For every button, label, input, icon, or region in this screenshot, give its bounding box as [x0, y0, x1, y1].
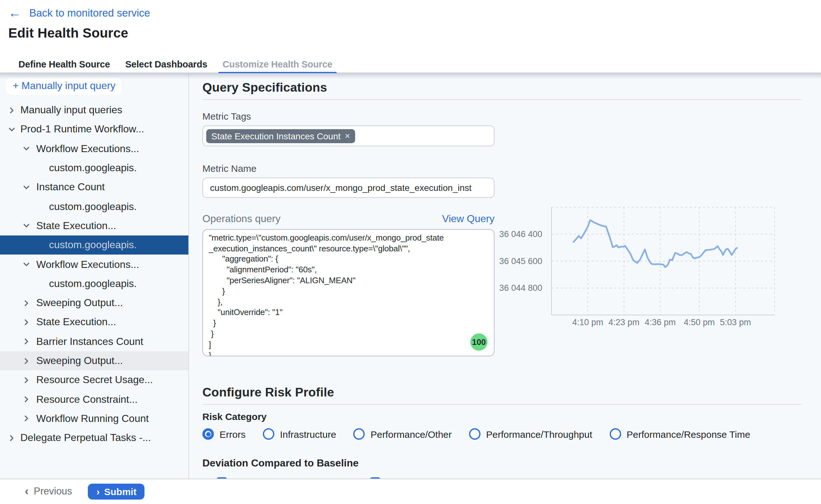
tree-item[interactable]: Workflow Executions...	[0, 139, 188, 158]
tree-item[interactable]: Prod-1 Runtime Workflow...	[0, 120, 188, 139]
tree-item-label: Resource Constraint...	[36, 394, 137, 405]
chevron-right-icon: ›	[96, 487, 100, 496]
tree-item[interactable]: Workflow Executions...	[0, 255, 188, 274]
radio-label: Performance/Other	[370, 429, 452, 439]
chevron-down-icon[interactable]	[23, 222, 30, 229]
tree-item[interactable]: Sweeping Output...	[0, 351, 188, 371]
tree-item[interactable]: Delegate Perpetual Tasks -...	[0, 428, 188, 448]
metric-tags-label: Metric Tags	[202, 111, 495, 122]
tree-item[interactable]: Manually input queries	[0, 101, 188, 120]
deviation-label: Deviation Compared to Baseline	[202, 458, 821, 469]
metric-chart: 36 046 40036 045 60036 044 8004:10 pm4:2…	[496, 200, 783, 330]
chevron-right-icon[interactable]	[23, 377, 30, 384]
radio-option[interactable]: Performance/Throughput	[469, 428, 593, 440]
metric-tags-box[interactable]: State Execution Instances Count×	[202, 125, 495, 146]
configure-risk-profile-title: Configure Risk Profile	[202, 385, 821, 400]
tree-item[interactable]: Workflow Running Count	[0, 409, 188, 429]
tab-customize-health-source[interactable]: Customize Health Source	[222, 56, 332, 73]
svg-text:4:23 pm: 4:23 pm	[608, 318, 640, 327]
back-link-label: Back to monitored service	[29, 7, 150, 19]
previous-button[interactable]: ‹ Previous	[25, 486, 72, 497]
tree-item[interactable]: Barrier Instances Count	[0, 332, 188, 351]
tree-item[interactable]: Resource Secret Usage...	[0, 370, 188, 390]
tree-item-label: Workflow Executions...	[36, 259, 139, 270]
radio-option[interactable]: Infrastructure	[263, 428, 336, 440]
chevron-right-icon[interactable]	[8, 107, 15, 114]
tree-item[interactable]: State Execution...	[0, 216, 188, 236]
radio-icon[interactable]	[609, 428, 621, 440]
tree-item-label: Manually input queries	[20, 104, 122, 116]
tree-item[interactable]: State Execution...	[0, 313, 188, 332]
tab-define-health-source[interactable]: Define Health Source	[18, 56, 110, 73]
svg-text:4:10 pm: 4:10 pm	[572, 318, 603, 327]
chevron-right-icon[interactable]	[23, 338, 30, 345]
submit-button[interactable]: › Submit	[88, 484, 145, 500]
tree-item[interactable]: Resource Constraint...	[0, 390, 188, 409]
chevron-down-icon[interactable]	[8, 126, 15, 133]
radio-option[interactable]: Errors	[202, 428, 246, 440]
metric-tag-chip[interactable]: State Execution Instances Count×	[206, 129, 355, 143]
chevron-right-icon[interactable]	[23, 415, 30, 422]
chip-close-icon[interactable]: ×	[345, 132, 350, 140]
chevron-right-icon[interactable]	[23, 396, 30, 403]
svg-text:4:50 pm: 4:50 pm	[684, 318, 715, 327]
metric-sparkline-svg: 36 046 40036 045 60036 044 8004:10 pm4:2…	[496, 200, 783, 330]
tree-item-label: Sweeping Output...	[36, 297, 123, 309]
svg-text:36 046 400: 36 046 400	[499, 229, 542, 239]
chevron-down-icon[interactable]	[23, 184, 30, 191]
previous-button-label: Previous	[34, 486, 72, 497]
chevron-right-icon[interactable]	[23, 357, 30, 364]
chevron-left-icon: ‹	[25, 487, 29, 496]
metric-tag-label: State Execution Instances Count	[211, 131, 340, 141]
main-content: Query Specifications Metric Tags State E…	[189, 73, 821, 478]
tab-bar: Define Health Source Select Dashboards C…	[0, 56, 821, 73]
operations-query-row: Operations query View Query	[202, 213, 495, 225]
operations-query-label: Operations query	[202, 213, 280, 225]
records-badge: 100	[470, 333, 488, 351]
tree-item-label: State Execution...	[36, 317, 116, 328]
chevron-down-icon[interactable]	[23, 145, 30, 152]
tree-item[interactable]: custom.googleapis.com	[0, 235, 188, 255]
add-query-button[interactable]: + Manually input query	[6, 78, 122, 95]
tree-item-label: Workflow Executions...	[36, 143, 139, 154]
chart-line-series	[573, 220, 737, 267]
footer: ‹ Previous › Submit	[0, 478, 821, 504]
submit-button-label: Submit	[104, 486, 137, 497]
tree-item[interactable]: Sweeping Output...	[0, 293, 188, 313]
view-query-link[interactable]: View Query	[442, 213, 495, 225]
tree-item[interactable]: Instance Count	[0, 178, 188, 197]
section-divider	[202, 404, 801, 405]
metric-name-input[interactable]	[202, 178, 495, 198]
metric-name-label: Metric Name	[202, 163, 495, 174]
tree-item[interactable]: custom.googleapis.com	[0, 158, 188, 178]
chevron-down-icon[interactable]	[23, 261, 30, 268]
section-divider	[202, 99, 801, 100]
radio-selected-icon[interactable]	[202, 428, 214, 440]
tab-select-dashboards[interactable]: Select Dashboards	[125, 56, 207, 73]
radio-icon[interactable]	[263, 428, 274, 440]
back-arrow-icon: ←	[8, 6, 21, 19]
radio-label: Errors	[220, 429, 246, 439]
tree-item[interactable]: custom.googleapis.com	[0, 274, 188, 293]
query-form: Metric Tags State Execution Instances Co…	[202, 111, 495, 356]
tree-item-label: State Execution...	[36, 220, 116, 232]
radio-option[interactable]: Performance/Other	[353, 428, 452, 440]
page-header: ← Back to monitored service Edit Health …	[0, 0, 821, 56]
chevron-right-icon[interactable]	[8, 434, 15, 441]
svg-text:36 045 600: 36 045 600	[499, 256, 542, 266]
chevron-right-icon[interactable]	[23, 319, 30, 326]
tree-item-label: Prod-1 Runtime Workflow...	[20, 124, 144, 135]
query-specifications-title: Query Specifications	[202, 80, 821, 95]
radio-option[interactable]: Performance/Response Time	[609, 428, 750, 440]
svg-text:4:36 pm: 4:36 pm	[645, 318, 676, 327]
radio-icon[interactable]	[469, 428, 481, 440]
radio-icon[interactable]	[353, 428, 365, 440]
operations-query-box[interactable]: "filter":"metric.type=\"custom.googleapi…	[202, 229, 495, 356]
chevron-right-icon[interactable]	[23, 299, 30, 306]
tree-item-label: Delegate Perpetual Tasks -...	[20, 432, 151, 444]
sidebar: + Manually input query Manually input qu…	[0, 73, 189, 478]
back-link[interactable]: ← Back to monitored service	[8, 6, 150, 19]
tree-item[interactable]: custom.googleapis.com	[0, 197, 188, 216]
tree-item-label: custom.googleapis.com	[49, 162, 137, 174]
tree-item-label: Resource Secret Usage...	[36, 375, 153, 386]
